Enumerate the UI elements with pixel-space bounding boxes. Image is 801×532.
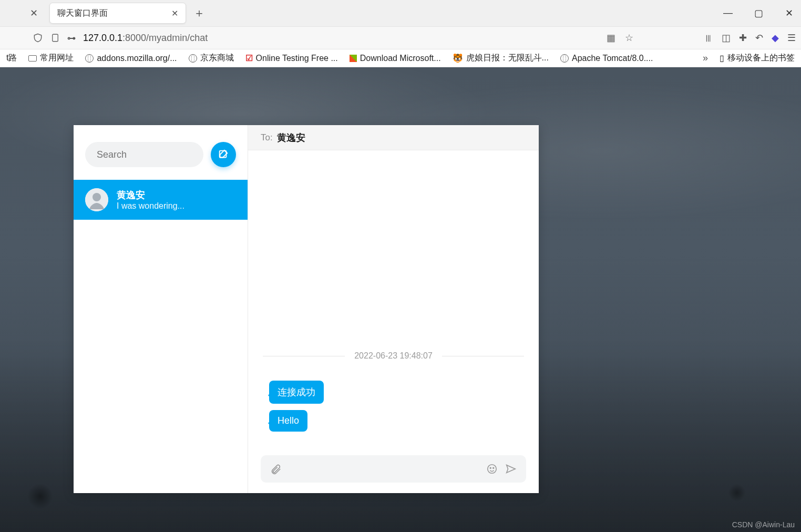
page-background: CSDN @Aiwin-Lau 黄逸安 I was wondering...	[0, 67, 801, 532]
microsoft-icon	[350, 55, 357, 62]
bookmark-item[interactable]: Download Microsoft...	[350, 54, 441, 63]
globe-icon	[189, 54, 197, 63]
menu-icon[interactable]: ☰	[787, 32, 796, 44]
overflow-icon[interactable]: »	[703, 53, 708, 64]
close-icon[interactable]: ✕	[21, 7, 46, 19]
divider-line	[263, 356, 345, 356]
chat-app: 黄逸安 I was wondering... To: 黄逸安 2022-06-2…	[74, 125, 539, 493]
watermark: CSDN @Aiwin-Lau	[732, 520, 795, 529]
divider-line	[442, 356, 524, 356]
sidebar-icon[interactable]: ◫	[722, 32, 731, 44]
crop-icon[interactable]: ✚	[739, 32, 747, 44]
globe-icon	[85, 54, 94, 63]
lock-icon[interactable]: ⊶	[67, 33, 76, 43]
message-list: 2022-06-23 19:48:07 连接成功 Hello	[248, 150, 539, 448]
undo-icon[interactable]: ↶	[755, 32, 763, 44]
search-field[interactable]	[97, 149, 192, 160]
bookmark-item[interactable]: t路	[6, 53, 17, 64]
shield-icon[interactable]	[33, 33, 43, 43]
search-input[interactable]	[85, 142, 203, 167]
chat-recipient: 黄逸安	[277, 131, 305, 144]
bookmark-item[interactable]: 常用网址	[28, 53, 74, 64]
emoji-icon: 🐯	[453, 53, 463, 63]
bookmark-item[interactable]: addons.mozilla.org/...	[85, 54, 177, 63]
tab-strip: ✕ 聊天窗口界面 ✕ ＋ — ▢ ✕	[0, 0, 801, 26]
bookmarks-bar: t路 常用网址 addons.mozilla.org/... 京东商城 ☑Onl…	[0, 49, 801, 67]
url-input[interactable]: 127.0.0.1:8000/myadmin/chat	[83, 33, 599, 44]
timestamp: 2022-06-23 19:48:07	[354, 351, 433, 361]
tab-title: 聊天窗口界面	[57, 8, 171, 19]
svg-point-6	[493, 467, 494, 468]
globe-icon	[560, 54, 569, 63]
new-tab-button[interactable]: ＋	[193, 5, 205, 21]
chat-pane: To: 黄逸安 2022-06-23 19:48:07 连接成功 Hello	[248, 125, 539, 493]
bookmark-item[interactable]: Apache Tomcat/8.0....	[560, 54, 653, 63]
svg-point-5	[490, 467, 491, 468]
folder-icon	[28, 55, 37, 62]
window-controls: — ▢ ✕	[723, 7, 801, 19]
bookmark-item[interactable]: 🐯虎娘日报：无限乱斗...	[453, 53, 549, 64]
mobile-icon: ▯	[720, 53, 724, 63]
url-host: 127.0.0.1	[83, 33, 122, 44]
extension-icon[interactable]: ◆	[772, 32, 779, 44]
library-icon[interactable]: ⫼	[704, 33, 713, 44]
maximize-icon[interactable]: ▢	[754, 7, 763, 19]
conversation-name: 黄逸安	[117, 189, 184, 201]
conversation-item[interactable]: 黄逸安 I was wondering...	[74, 180, 248, 220]
sidebar: 黄逸安 I was wondering...	[74, 125, 248, 493]
timestamp-divider: 2022-06-23 19:48:07	[263, 351, 524, 361]
bookmark-item[interactable]: ▯移动设备上的书签	[720, 53, 795, 64]
check-icon: ☑	[245, 53, 253, 63]
svg-point-3	[93, 193, 101, 201]
address-bar: ⊶ 127.0.0.1:8000/myadmin/chat ▦ ☆ ⫼ ◫ ✚ …	[0, 26, 801, 49]
send-icon[interactable]	[505, 463, 517, 475]
avatar	[85, 188, 108, 211]
page-icon[interactable]	[50, 33, 60, 43]
bookmark-star-icon[interactable]: ☆	[625, 32, 633, 44]
close-window-icon[interactable]: ✕	[784, 7, 794, 19]
search-row	[74, 125, 248, 180]
minimize-icon[interactable]: —	[723, 7, 733, 19]
qr-icon[interactable]: ▦	[607, 32, 615, 44]
attach-icon[interactable]	[270, 463, 282, 475]
bookmark-item[interactable]: ☑Online Testing Free ...	[245, 53, 338, 63]
message-bubble: 连接成功	[269, 381, 324, 404]
tab-close-icon[interactable]: ✕	[171, 8, 178, 18]
svg-rect-0	[53, 34, 58, 42]
to-label: To:	[261, 132, 273, 143]
message-bubble: Hello	[269, 410, 307, 432]
message-composer[interactable]	[261, 455, 526, 483]
conversation-meta: 黄逸安 I was wondering...	[117, 189, 184, 211]
svg-point-4	[488, 465, 497, 474]
chat-header: To: 黄逸安	[248, 125, 539, 150]
url-path: :8000/myadmin/chat	[122, 33, 208, 44]
conversation-preview: I was wondering...	[117, 201, 184, 211]
browser-tab[interactable]: 聊天窗口界面 ✕	[49, 3, 186, 24]
emoji-icon[interactable]	[486, 463, 498, 475]
bookmark-item[interactable]: 京东商城	[189, 53, 234, 64]
compose-button[interactable]	[211, 142, 236, 167]
